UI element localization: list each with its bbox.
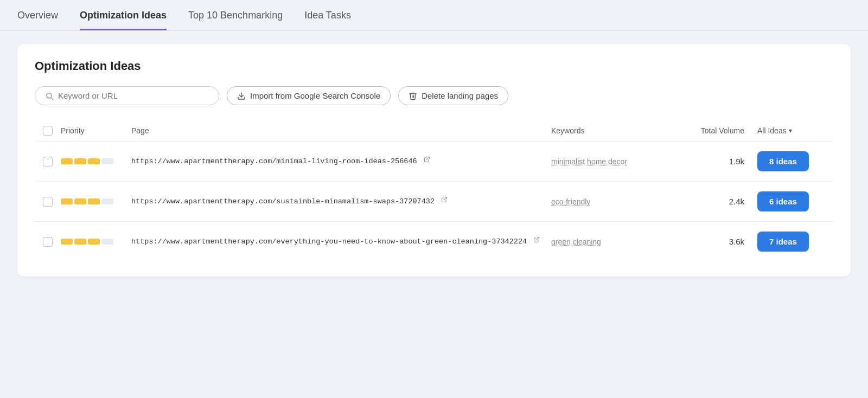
import-button[interactable]: Import from Google Search Console — [227, 86, 391, 105]
ideas-button[interactable]: 6 ideas — [757, 191, 809, 211]
priority-bar-1 — [61, 158, 73, 164]
search-icon — [45, 92, 54, 100]
page-url: https://www.apartmenttherapy.com/sustain… — [131, 196, 551, 208]
priority-bar-1 — [61, 198, 73, 204]
total-volume: 3.6k — [671, 237, 757, 246]
ideas-button[interactable]: 8 ideas — [757, 151, 809, 171]
total-volume: 2.4k — [671, 197, 757, 206]
search-box[interactable] — [35, 86, 219, 105]
priority-bar-4 — [101, 198, 113, 204]
svg-line-5 — [536, 237, 539, 240]
page-url: https://www.apartmenttherapy.com/minimal… — [131, 156, 551, 168]
keyword-link[interactable]: eco-friendly — [551, 197, 671, 206]
priority-indicator — [61, 158, 131, 164]
table-row: https://www.apartmenttherapy.com/sustain… — [35, 182, 833, 222]
card-title: Optimization Ideas — [35, 59, 833, 73]
ideas-button-cell: 8 ideas — [757, 151, 833, 171]
toolbar: Import from Google Search Console Delete… — [35, 86, 833, 105]
row-checkbox[interactable] — [43, 197, 53, 207]
tab-overview[interactable]: Overview — [17, 0, 58, 30]
priority-bar-3 — [88, 239, 100, 245]
priority-bar-4 — [101, 158, 113, 164]
col-page: Page — [131, 126, 551, 135]
table-header: Priority Page Keywords Total Volume All … — [35, 120, 833, 142]
chevron-down-icon: ▾ — [789, 127, 792, 134]
ideas-button-cell: 6 ideas — [757, 191, 833, 211]
page-url: https://www.apartmenttherapy.com/everyth… — [131, 236, 551, 248]
row-checkbox[interactable] — [43, 237, 53, 247]
priority-bar-2 — [74, 158, 86, 164]
external-link-icon[interactable] — [424, 156, 430, 166]
tab-navigation: Overview Optimization Ideas Top 10 Bench… — [0, 0, 868, 31]
all-ideas-label: All Ideas — [757, 126, 787, 135]
priority-bar-2 — [74, 239, 86, 245]
delete-button[interactable]: Delete landing pages — [398, 86, 508, 105]
import-label: Import from Google Search Console — [250, 91, 380, 100]
table-body: https://www.apartmenttherapy.com/minimal… — [35, 142, 833, 261]
svg-line-4 — [444, 197, 447, 200]
keyword-link[interactable]: minimalist home decor — [551, 157, 671, 166]
header-checkbox-cell[interactable] — [35, 126, 61, 136]
tab-idea-tasks[interactable]: Idea Tasks — [304, 0, 351, 30]
priority-bar-3 — [88, 158, 100, 164]
row-checkbox-cell[interactable] — [35, 157, 61, 166]
priority-bar-4 — [101, 239, 113, 245]
import-icon — [237, 92, 246, 100]
table-row: https://www.apartmenttherapy.com/minimal… — [35, 142, 833, 182]
ideas-button[interactable]: 7 ideas — [757, 232, 809, 252]
col-total-volume: Total Volume — [671, 126, 757, 135]
row-checkbox-cell[interactable] — [35, 237, 61, 247]
main-content: Optimization Ideas Import from Google Se… — [0, 31, 868, 290]
external-link-icon[interactable] — [441, 196, 448, 207]
optimization-ideas-card: Optimization Ideas Import from Google Se… — [17, 44, 851, 277]
ideas-button-cell: 7 ideas — [757, 232, 833, 252]
all-ideas-dropdown[interactable]: All Ideas ▾ — [757, 126, 833, 135]
table-row: https://www.apartmenttherapy.com/everyth… — [35, 222, 833, 261]
select-all-checkbox[interactable] — [43, 126, 53, 136]
keyword-link[interactable]: green cleaning — [551, 237, 671, 246]
tab-top-10-benchmarking[interactable]: Top 10 Benchmarking — [188, 0, 283, 30]
delete-label: Delete landing pages — [422, 91, 498, 100]
svg-line-1 — [51, 98, 53, 100]
row-checkbox-cell[interactable] — [35, 197, 61, 207]
total-volume: 1.9k — [671, 157, 757, 166]
search-input[interactable] — [58, 91, 209, 100]
tab-optimization-ideas[interactable]: Optimization Ideas — [80, 0, 167, 30]
priority-bar-2 — [74, 198, 86, 204]
priority-bar-3 — [88, 198, 100, 204]
trash-icon — [409, 92, 417, 100]
col-keywords: Keywords — [551, 126, 671, 135]
row-checkbox[interactable] — [43, 157, 53, 166]
priority-bar-1 — [61, 239, 73, 245]
priority-indicator — [61, 239, 131, 245]
svg-line-3 — [426, 157, 430, 160]
external-link-icon[interactable] — [533, 236, 540, 247]
col-priority: Priority — [61, 126, 131, 135]
priority-indicator — [61, 198, 131, 204]
